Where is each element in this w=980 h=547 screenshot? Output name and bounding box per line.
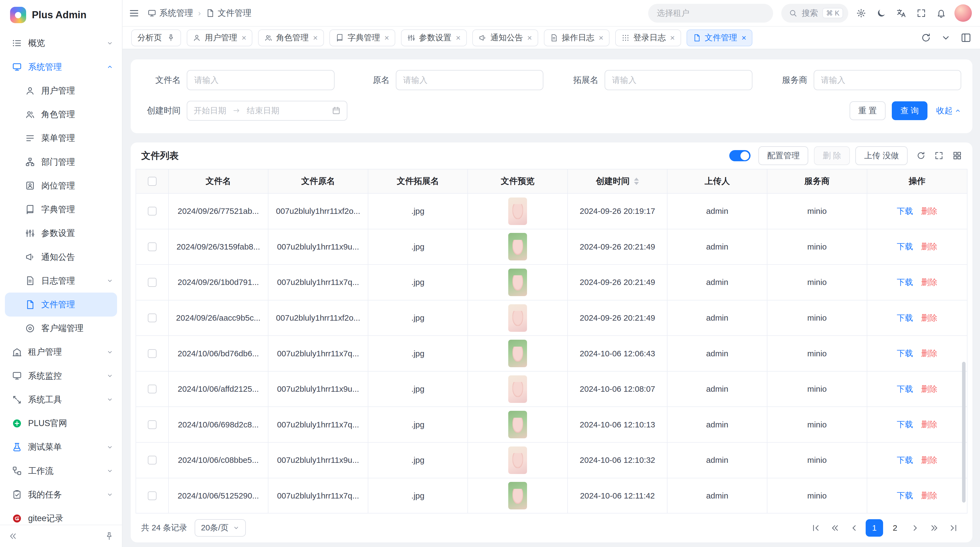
delete-link[interactable]: 删除 [921, 455, 937, 466]
sidebar-item[interactable]: gitee记录 [0, 506, 122, 525]
page-size-select[interactable]: 20条/页 [195, 519, 246, 537]
date-range-picker[interactable]: 开始日期 结束日期 [187, 101, 347, 121]
file-preview-thumbnail[interactable] [508, 304, 527, 332]
filter-input-original-name[interactable] [396, 70, 543, 90]
tab-操作日志[interactable]: 操作日志× [544, 29, 610, 46]
upload-button[interactable]: 上传 没做 [855, 146, 907, 165]
select-all-checkbox[interactable] [148, 177, 156, 185]
hamburger-menu-button[interactable] [129, 8, 139, 19]
delete-link[interactable]: 删除 [921, 419, 937, 430]
row-checkbox[interactable] [148, 207, 156, 215]
sidebar-item[interactable]: 参数设置 [0, 222, 122, 245]
tab-close-icon[interactable]: × [456, 34, 460, 42]
sidebar-item[interactable]: 租户管理 [0, 340, 122, 364]
sidebar-item[interactable]: 菜单管理 [0, 126, 122, 150]
global-search[interactable]: 搜索 ⌘ K [781, 4, 848, 22]
filter-input-filename[interactable] [187, 70, 334, 90]
tab-close-icon[interactable]: × [670, 34, 675, 42]
column-header[interactable]: 创建时间 [568, 169, 668, 193]
row-checkbox[interactable] [148, 278, 156, 287]
layout-button[interactable] [961, 32, 971, 43]
tab-登录日志[interactable]: 登录日志× [615, 29, 681, 46]
delete-link[interactable]: 删除 [921, 313, 937, 324]
download-link[interactable]: 下载 [897, 384, 913, 395]
fullscreen-button[interactable] [916, 8, 926, 18]
file-preview-thumbnail[interactable] [508, 233, 527, 260]
filter-input-extension[interactable] [605, 70, 752, 90]
download-link[interactable]: 下载 [897, 206, 913, 217]
sidebar-item[interactable]: 字典管理 [0, 198, 122, 221]
column-header[interactable]: 文件拓展名 [368, 169, 468, 193]
delete-selected-button[interactable]: 删 除 [814, 146, 850, 165]
breadcrumb-item[interactable]: 文件管理 [206, 7, 251, 19]
page-2-button[interactable]: 2 [886, 519, 904, 537]
sidebar-item[interactable]: 系统管理 [0, 55, 122, 79]
sort-icon[interactable] [634, 178, 639, 185]
delete-link[interactable]: 删除 [921, 206, 937, 217]
translate-button[interactable] [896, 8, 906, 18]
bell-button[interactable] [936, 8, 946, 18]
download-link[interactable]: 下载 [897, 277, 913, 288]
delete-link[interactable]: 删除 [921, 277, 937, 288]
tab-close-icon[interactable]: × [527, 34, 532, 42]
tab-参数设置[interactable]: 参数设置× [401, 29, 467, 46]
filter-input-provider[interactable] [814, 70, 961, 90]
column-header[interactable]: 文件原名 [269, 169, 368, 193]
sidebar-item[interactable]: 日志管理 [0, 269, 122, 293]
download-link[interactable]: 下载 [897, 455, 913, 466]
column-header[interactable]: 文件名 [169, 169, 269, 193]
download-link[interactable]: 下载 [897, 241, 913, 252]
sidebar-item[interactable]: 概览 [0, 31, 122, 55]
chevron-down-button[interactable] [940, 32, 951, 43]
toggle-switch[interactable] [729, 150, 751, 161]
tab-用户管理[interactable]: 用户管理× [187, 29, 253, 46]
tab-close-icon[interactable]: × [313, 34, 318, 42]
file-preview-thumbnail[interactable] [508, 269, 527, 296]
refresh-table-button[interactable] [916, 151, 926, 160]
sidebar-item[interactable]: 文件管理 [5, 293, 117, 316]
row-checkbox[interactable] [148, 456, 156, 464]
delete-link[interactable]: 删除 [921, 490, 937, 501]
row-checkbox[interactable] [148, 242, 156, 251]
row-checkbox[interactable] [148, 349, 156, 358]
sidebar-item[interactable]: 角色管理 [0, 102, 122, 126]
tab-close-icon[interactable]: × [599, 34, 603, 42]
sidebar-item[interactable]: 部门管理 [0, 150, 122, 174]
file-preview-thumbnail[interactable] [508, 340, 527, 367]
next-page-button[interactable] [907, 520, 923, 536]
column-header[interactable]: 操作 [867, 169, 967, 193]
download-link[interactable]: 下载 [897, 490, 913, 501]
row-checkbox[interactable] [148, 420, 156, 429]
download-link[interactable]: 下载 [897, 419, 913, 430]
refresh-button[interactable] [921, 32, 931, 43]
config-manage-button[interactable]: 配置管理 [759, 146, 808, 165]
row-checkbox[interactable] [148, 491, 156, 500]
reset-button[interactable]: 重 置 [850, 101, 886, 120]
breadcrumb-item[interactable]: 系统管理 [148, 7, 193, 19]
tab-通知公告[interactable]: 通知公告× [472, 29, 538, 46]
sidebar-item[interactable]: PLUS官网 [0, 411, 122, 435]
query-button[interactable]: 查 询 [892, 101, 928, 120]
sidebar-item[interactable]: 通知公告 [0, 245, 122, 269]
last-page-button[interactable] [946, 520, 962, 536]
sidebar-item[interactable]: 我的任务 [0, 483, 122, 506]
column-header[interactable]: 服务商 [767, 169, 867, 193]
file-preview-thumbnail[interactable] [508, 375, 527, 403]
tab-close-icon[interactable]: × [384, 34, 389, 42]
tab-close-icon[interactable]: × [242, 34, 246, 42]
delete-link[interactable]: 删除 [921, 384, 937, 395]
sidebar-item[interactable]: 用户管理 [0, 79, 122, 102]
sidebar-pin-button[interactable] [105, 531, 114, 541]
page-1-button[interactable]: 1 [865, 519, 883, 537]
first-page-button[interactable] [807, 520, 824, 536]
tab-角色管理[interactable]: 角色管理× [258, 29, 324, 46]
sidebar-item[interactable]: 工作流 [0, 459, 122, 483]
collapse-filters-link[interactable]: 收起 [936, 105, 961, 116]
settings-button[interactable] [856, 8, 866, 18]
avatar[interactable] [955, 4, 972, 22]
tab-文件管理[interactable]: 文件管理× [687, 29, 752, 46]
sidebar-item[interactable]: 岗位管理 [0, 174, 122, 198]
file-preview-thumbnail[interactable] [508, 411, 527, 438]
column-settings-button[interactable] [953, 151, 962, 160]
row-checkbox[interactable] [148, 314, 156, 322]
